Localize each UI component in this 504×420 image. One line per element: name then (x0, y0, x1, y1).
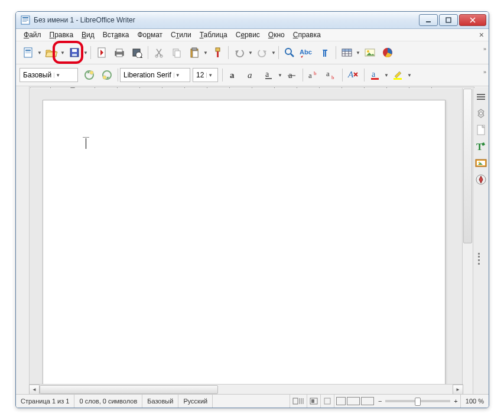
status-style[interactable]: Базовый (142, 395, 178, 408)
svg-text:T: T (476, 141, 483, 152)
save-dropdown[interactable]: ▼ (83, 50, 88, 56)
zoom-in-icon[interactable]: + (454, 398, 457, 405)
menu-table[interactable]: Таблица (196, 30, 232, 40)
open-button[interactable] (43, 44, 60, 61)
status-language[interactable]: Русский (178, 395, 213, 408)
status-insert-mode[interactable] (290, 395, 307, 408)
new-style-button[interactable] (99, 67, 115, 83)
svg-text:A: A (347, 70, 354, 79)
strikethrough-button[interactable]: a (284, 67, 300, 83)
status-words[interactable]: 0 слов, 0 символов (74, 395, 142, 408)
zoom-control[interactable]: − + (376, 398, 460, 405)
document-viewport[interactable] (30, 88, 462, 395)
menu-insert[interactable]: Вставка (99, 30, 134, 40)
font-color-button[interactable]: a (367, 67, 383, 83)
vertical-scrollbar[interactable] (462, 88, 473, 395)
update-style-button[interactable] (81, 67, 97, 83)
find-button[interactable] (281, 44, 298, 61)
svg-rect-2 (22, 19, 28, 19)
sidebar-styles-icon[interactable]: T (474, 140, 487, 153)
menu-tools[interactable]: Сервис (232, 30, 264, 40)
svg-rect-1 (22, 17, 28, 18)
paragraph-style-combo[interactable]: Базовый▼ (19, 68, 78, 82)
clear-formatting-button[interactable]: A (345, 67, 362, 83)
bold-button[interactable]: a (225, 67, 242, 83)
sidebar-menu-icon[interactable] (474, 90, 487, 103)
menu-file[interactable]: Файл (19, 30, 45, 40)
table-button[interactable] (339, 44, 355, 61)
highlight-color-button[interactable] (390, 67, 407, 83)
status-signature[interactable] (321, 395, 334, 408)
menu-styles[interactable]: Стили (167, 30, 196, 40)
hscroll-left[interactable]: ◄ (29, 385, 40, 395)
hscroll-right[interactable]: ► (453, 385, 463, 395)
multi-page-icon[interactable] (347, 397, 360, 405)
sidebar-gallery-icon[interactable] (474, 157, 487, 170)
vertical-ruler[interactable] (16, 88, 30, 395)
new-dropdown[interactable]: ▼ (37, 50, 42, 56)
sidebar-navigator-icon[interactable] (474, 173, 487, 186)
menu-help[interactable]: Справка (289, 30, 325, 40)
formatting-marks-button[interactable] (317, 44, 333, 61)
highlight-dropdown[interactable]: ▼ (407, 73, 412, 78)
view-layout-buttons[interactable] (334, 395, 376, 408)
hscroll-thumb[interactable] (40, 385, 218, 394)
export-pdf-button[interactable] (93, 44, 110, 61)
spellcheck-button[interactable]: Abc (299, 44, 316, 61)
clone-formatting-button[interactable] (209, 44, 226, 61)
svg-rect-77 (311, 399, 314, 403)
format-toolbar-overflow[interactable]: » (483, 69, 486, 75)
minimize-button[interactable] (419, 14, 438, 26)
paste-button[interactable] (186, 44, 203, 61)
sidebar-properties-icon[interactable] (474, 107, 487, 120)
close-button[interactable] (459, 14, 486, 26)
sidebar-grip[interactable] (478, 253, 484, 265)
underline-dropdown[interactable]: ▼ (278, 73, 282, 78)
toolbar-overflow[interactable]: » (483, 46, 486, 52)
superscript-button[interactable]: ab (305, 67, 322, 83)
cut-button[interactable] (151, 44, 167, 61)
window-title: Без имени 1 - LibreOffice Writer (34, 16, 419, 24)
new-doc-button[interactable] (20, 44, 37, 61)
zoom-out-icon[interactable]: − (378, 398, 382, 405)
image-button[interactable] (362, 44, 378, 61)
menu-view[interactable]: Вид (77, 30, 99, 40)
svg-rect-12 (72, 49, 77, 52)
doc-close-icon[interactable]: × (479, 30, 484, 40)
font-name-combo[interactable]: Liberation Serif▼ (120, 68, 190, 82)
italic-button[interactable]: a (243, 67, 259, 83)
svg-rect-78 (324, 398, 330, 404)
horizontal-scrollbar[interactable]: ◄ ► (29, 384, 463, 395)
zoom-slider[interactable] (385, 400, 450, 402)
menu-edit[interactable]: Правка (45, 30, 78, 40)
undo-button[interactable] (231, 44, 248, 61)
status-page[interactable]: Страница 1 из 1 (16, 395, 74, 408)
print-preview-button[interactable] (129, 44, 145, 61)
status-selection-mode[interactable] (307, 395, 321, 408)
zoom-percent[interactable]: 100 % (460, 395, 489, 408)
underline-button[interactable]: a (261, 67, 277, 83)
table-dropdown[interactable]: ▼ (356, 50, 360, 56)
print-button[interactable] (111, 44, 128, 61)
chart-button[interactable] (379, 44, 396, 61)
menu-window[interactable]: Окно (264, 30, 289, 40)
titlebar: Без имени 1 - LibreOffice Writer (16, 12, 489, 29)
maximize-button[interactable] (439, 14, 458, 26)
paste-dropdown[interactable]: ▼ (203, 50, 208, 56)
book-view-icon[interactable] (361, 397, 374, 405)
redo-button[interactable] (254, 44, 271, 61)
subscript-button[interactable]: ab (323, 67, 340, 83)
save-button[interactable] (66, 44, 83, 61)
undo-dropdown[interactable]: ▼ (248, 50, 253, 56)
sidebar-page-icon[interactable] (474, 123, 487, 136)
font-size-combo[interactable]: 12▼ (193, 68, 218, 82)
copy-button[interactable] (168, 44, 185, 61)
page[interactable] (43, 100, 446, 395)
font-color-dropdown[interactable]: ▼ (384, 73, 389, 78)
menu-format[interactable]: Формат (133, 30, 167, 40)
single-page-icon[interactable] (336, 397, 346, 405)
vscroll-thumb[interactable] (463, 89, 472, 243)
standard-toolbar: ▼ ▼ ▼ ▼ ▼ ▼ Abc ▼ » (16, 41, 489, 64)
redo-dropdown[interactable]: ▼ (271, 50, 276, 56)
open-dropdown[interactable]: ▼ (60, 50, 65, 56)
